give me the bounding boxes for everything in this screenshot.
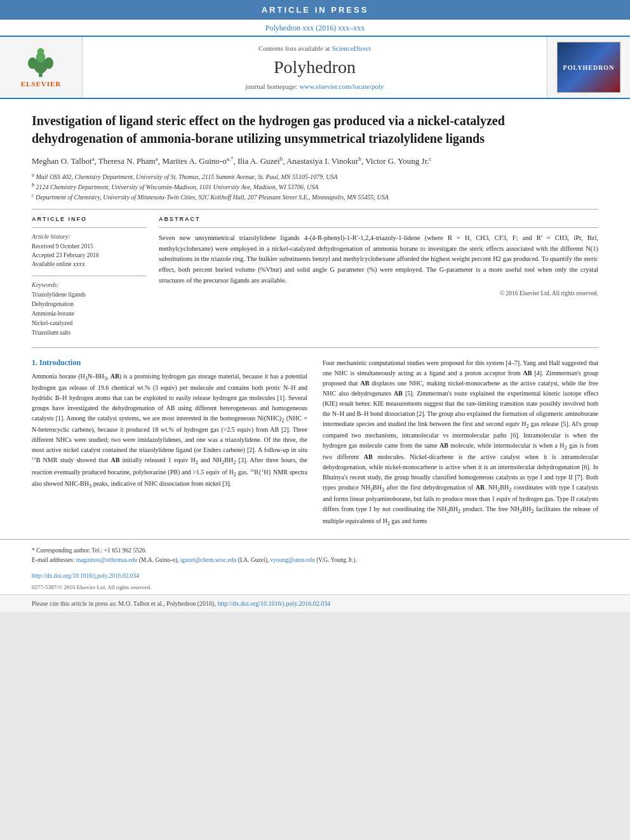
article-title: Investigation of ligand steric effect on… bbox=[32, 112, 598, 147]
svg-point-2 bbox=[28, 57, 37, 69]
article-info-column: ARTICLE INFO Article history: Received 9… bbox=[32, 216, 146, 338]
corresponding-note: * Corresponding author. Tel.: +1 651 962… bbox=[32, 546, 598, 556]
doi-link[interactable]: http://dx.doi.org/10.1016/j.poly.2016.02… bbox=[32, 573, 139, 579]
sciencedirect-link[interactable]: ScienceDirect bbox=[332, 44, 371, 52]
journal-center: Contents lists available at ScienceDirec… bbox=[83, 37, 547, 98]
polyhedron-badge: POLYHEDRON bbox=[557, 42, 620, 93]
email-young[interactable]: vyoung@umn.edu bbox=[271, 557, 315, 563]
journal-name: Polyhedron bbox=[274, 57, 356, 77]
elsevier-logo: ELSEVIER bbox=[21, 47, 62, 88]
affiliation-c: c Department of Chemistry, University of… bbox=[32, 192, 598, 202]
email-guzei[interactable]: iguzei@chem.wisc.edu bbox=[180, 557, 236, 563]
affiliation-a: a Mail OSS 402, Chemistry Department, Un… bbox=[32, 171, 598, 182]
article-history: Article history: Received 9 October 2015… bbox=[32, 233, 146, 269]
cite-bar: Please cite this article in press as: M.… bbox=[0, 594, 630, 612]
keywords-label: Keywords: bbox=[32, 281, 146, 288]
received-date: Received 9 October 2015 bbox=[32, 242, 146, 251]
cite-doi[interactable]: http://dx.doi.org/10.1016/j.poly.2016.02… bbox=[217, 600, 330, 607]
divider-2 bbox=[32, 347, 598, 348]
journal-homepage: journal homepage: www.elsevier.com/locat… bbox=[245, 83, 384, 90]
cite-text: Please cite this article in press as: M.… bbox=[32, 600, 216, 607]
keyword-1: Triazolylidene ligands bbox=[32, 290, 146, 300]
elsevier-tree-icon bbox=[22, 47, 60, 79]
homepage-prefix: journal homepage: bbox=[245, 83, 299, 90]
authors-line: Meghan O. Talbota, Theresa N. Phama, Mar… bbox=[32, 155, 598, 168]
journal-ref-text: Polyhedron xxx (2016) xxx–xxx bbox=[265, 23, 365, 32]
available-date: Available online xxxx bbox=[32, 260, 146, 269]
footer-notes: * Corresponding author. Tel.: +1 651 962… bbox=[0, 539, 630, 569]
footer-doi: http://dx.doi.org/10.1016/j.poly.2016.02… bbox=[0, 569, 630, 583]
divider-1 bbox=[32, 209, 598, 210]
sciencedirect-prefix: Contents lists available at bbox=[258, 44, 332, 52]
svg-point-5 bbox=[37, 48, 44, 55]
abstract-label: ABSTRACT bbox=[159, 216, 598, 222]
homepage-url[interactable]: www.elsevier.com/locate/poly bbox=[299, 83, 384, 90]
polyhedron-logo-area: POLYHEDRON bbox=[547, 37, 630, 98]
body-right-column: Four mechanistic computational studies w… bbox=[323, 358, 598, 533]
introduction-heading: 1. Introduction bbox=[32, 358, 307, 368]
journal-ref-line: Polyhedron xxx (2016) xxx–xxx bbox=[0, 20, 630, 36]
email-addresses: maguinoo@stthomas.edu (M.A. Guino-o), ig… bbox=[76, 557, 357, 563]
banner-text: ARTICLE IN PRESS bbox=[262, 5, 369, 15]
keyword-3: Ammonia-borane bbox=[32, 309, 146, 319]
authors-text: Meghan O. Talbota, Theresa N. Phama, Mar… bbox=[32, 156, 432, 166]
article-in-press-banner: ARTICLE IN PRESS bbox=[0, 0, 630, 20]
body-two-col: 1. Introduction Ammonia borane (H3N–BH3,… bbox=[32, 358, 598, 533]
divider-abstract bbox=[159, 227, 598, 228]
email-line: E-mail addresses: maguinoo@stthomas.edu … bbox=[32, 556, 598, 565]
keywords-block: Keywords: Triazolylidene ligands Dehydro… bbox=[32, 281, 146, 338]
journal-header: ELSEVIER Contents lists available at Sci… bbox=[0, 36, 630, 99]
email-guino[interactable]: maguinoo@stthomas.edu bbox=[76, 557, 138, 563]
keyword-4: Nickel-catalyzed bbox=[32, 319, 146, 328]
accepted-date: Accepted 23 February 2016 bbox=[32, 251, 146, 260]
elsevier-text: ELSEVIER bbox=[21, 80, 62, 88]
article-info-label: ARTICLE INFO bbox=[32, 216, 146, 222]
abstract-copyright: © 2016 Elsevier Ltd. All rights reserved… bbox=[159, 290, 598, 297]
divider-info bbox=[32, 227, 146, 228]
right-paragraph-1: Four mechanistic computational studies w… bbox=[323, 358, 598, 528]
svg-point-3 bbox=[44, 57, 54, 69]
body-left-column: 1. Introduction Ammonia borane (H3N–BH3,… bbox=[32, 358, 307, 533]
footer-copyright: 0277-5387/© 2016 Elsevier Ltd. All right… bbox=[0, 583, 630, 594]
page-wrapper: ARTICLE IN PRESS Polyhedron xxx (2016) x… bbox=[0, 0, 630, 612]
elsevier-logo-area: ELSEVIER bbox=[0, 37, 83, 98]
intro-paragraph-1: Ammonia borane (H3N–BH3, AB) is a promis… bbox=[32, 371, 307, 491]
divider-keywords bbox=[32, 276, 146, 276]
history-label: Article history: bbox=[32, 233, 146, 240]
abstract-text: Seven new unsymmetrical triazolylidene l… bbox=[159, 233, 598, 286]
keyword-5: Triazolium salts bbox=[32, 328, 146, 338]
keyword-2: Dehydrogenation bbox=[32, 300, 146, 309]
affiliations: a Mail OSS 402, Chemistry Department, Un… bbox=[32, 171, 598, 203]
main-content: Investigation of ligand steric effect on… bbox=[0, 99, 630, 539]
sciencedirect-line: Contents lists available at ScienceDirec… bbox=[258, 44, 371, 52]
abstract-column: ABSTRACT Seven new unsymmetrical triazol… bbox=[159, 216, 598, 338]
affiliation-b: b 2124 Chemistry Department, University … bbox=[32, 182, 598, 192]
info-abstract-section: ARTICLE INFO Article history: Received 9… bbox=[32, 216, 598, 338]
email-label: E-mail addresses: bbox=[32, 557, 74, 563]
